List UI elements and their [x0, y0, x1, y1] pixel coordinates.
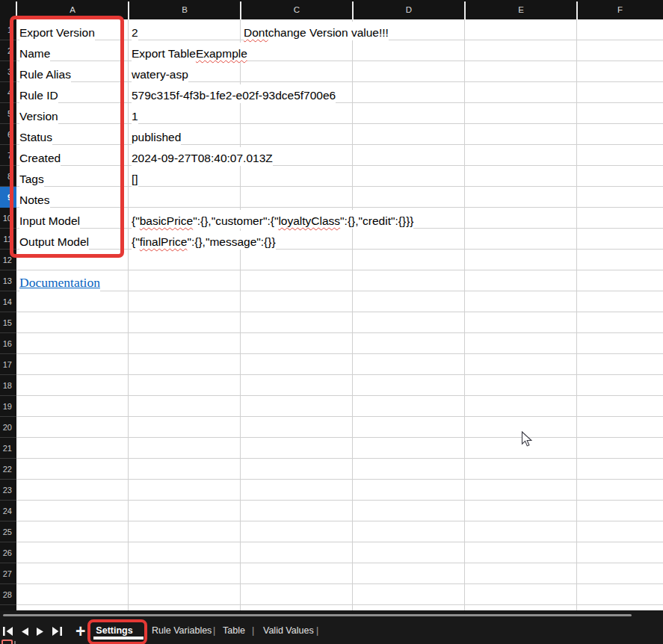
cell-B11[interactable]: {"finalPrice":{},"message":{}}: [132, 231, 276, 250]
row-header-5[interactable]: 5: [0, 103, 16, 124]
previous-sheet-icon[interactable]: [22, 628, 28, 636]
sheet-tab-settings[interactable]: Settings: [87, 619, 141, 644]
row-header-26[interactable]: 26: [0, 542, 16, 563]
tab-separator: |: [252, 619, 254, 644]
cell-A8[interactable]: Tags: [19, 168, 44, 187]
row-header-23[interactable]: 23: [0, 480, 16, 501]
row-header-16[interactable]: 16: [0, 333, 16, 354]
cell-B6[interactable]: published: [132, 126, 181, 145]
cell-A9[interactable]: Notes: [19, 189, 50, 208]
row-header-20[interactable]: 20: [0, 417, 16, 438]
row-header-21[interactable]: 21: [0, 438, 16, 459]
header-divider: [576, 1, 578, 19]
row-header-7[interactable]: 7: [0, 145, 16, 166]
last-sheet-icon[interactable]: [52, 627, 62, 636]
row-header-3[interactable]: 3: [0, 61, 16, 82]
cell-grid[interactable]: Export Version2Dont change Version value…: [16, 19, 663, 610]
row-header-12[interactable]: 12: [0, 250, 16, 270]
row-header-13[interactable]: 13: [0, 270, 16, 291]
sheet-tab-bar: + SettingsRule VariablesTableValid Value…: [0, 619, 663, 644]
horizontal-scrollbar-track: [0, 610, 663, 619]
cell-A2[interactable]: Name: [19, 43, 50, 61]
column-header-f[interactable]: F: [577, 0, 663, 19]
tick-mark: [14, 641, 16, 644]
header-divider: [240, 1, 241, 19]
cell-A10[interactable]: Input Model: [19, 210, 80, 229]
horizontal-scrollbar[interactable]: [3, 614, 632, 616]
next-sheet-icon[interactable]: [37, 628, 43, 636]
cell-B7[interactable]: 2024-09-27T08:40:07.013Z: [132, 147, 273, 166]
sheet-navigation: +: [3, 619, 85, 644]
column-header-e[interactable]: E: [465, 0, 577, 19]
spreadsheet-app: ABCDEF 123456789101112131415161718192021…: [0, 0, 663, 644]
sheet-tab-table[interactable]: Table: [223, 619, 245, 644]
row-header-11[interactable]: 11: [0, 229, 16, 250]
row-header-24[interactable]: 24: [0, 501, 16, 521]
cell-B10[interactable]: {"basicPrice":{},"customer":{"loyaltyCla…: [132, 210, 413, 229]
header-divider: [464, 1, 466, 19]
cell-A1[interactable]: Export Version: [19, 22, 95, 40]
cell-B2[interactable]: Export Table Exapmple: [132, 43, 247, 61]
first-sheet-icon[interactable]: [3, 627, 13, 636]
cell-A7[interactable]: Created: [19, 147, 61, 166]
row-header-27[interactable]: 27: [0, 563, 16, 584]
row-header-9[interactable]: 9: [0, 187, 16, 208]
tab-separator: |: [213, 619, 215, 644]
add-sheet-button[interactable]: +: [75, 619, 85, 644]
select-all-corner[interactable]: [0, 0, 16, 19]
row-header-2[interactable]: 2: [0, 40, 16, 61]
column-header-d[interactable]: D: [353, 0, 465, 19]
cell-A4[interactable]: Rule ID: [19, 84, 58, 103]
row-header-14[interactable]: 14: [0, 291, 16, 312]
row-header-8[interactable]: 8: [0, 166, 16, 187]
row-header-18[interactable]: 18: [0, 375, 16, 396]
cell-C1[interactable]: Dont change Version value!!!: [244, 22, 389, 40]
row-header-17[interactable]: 17: [0, 354, 16, 375]
row-header-15[interactable]: 15: [0, 312, 16, 333]
column-header-a[interactable]: A: [16, 0, 129, 19]
sheet-tab-rule-variables[interactable]: Rule Variables: [152, 619, 212, 644]
column-header-c[interactable]: C: [241, 0, 353, 19]
row-header-25[interactable]: 25: [0, 521, 16, 542]
row-header-4[interactable]: 4: [0, 82, 16, 103]
row-header-10[interactable]: 10: [0, 208, 16, 229]
cell-A6[interactable]: Status: [19, 126, 52, 145]
header-divider: [128, 1, 129, 19]
cell-A11[interactable]: Output Model: [19, 231, 89, 250]
row-header-22[interactable]: 22: [0, 459, 16, 480]
row-headers: 1234567891011121314151617181920212223242…: [0, 19, 16, 610]
row-header-28[interactable]: 28: [0, 584, 16, 605]
row-header-19[interactable]: 19: [0, 396, 16, 417]
cell-B1[interactable]: 2: [132, 22, 138, 40]
column-headers: ABCDEF: [16, 0, 663, 19]
cell-A3[interactable]: Rule Alias: [19, 64, 71, 82]
cell-A13[interactable]: Documentation: [19, 273, 100, 291]
cell-B4[interactable]: 579c315f-4f3b-1fe2-e02f-93dce5f700e6: [132, 84, 336, 103]
cell-A5[interactable]: Version: [19, 105, 58, 124]
column-header-b[interactable]: B: [129, 0, 241, 19]
row-header-1[interactable]: 1: [0, 19, 16, 40]
header-divider: [352, 1, 354, 19]
sheet-tab-valid-values[interactable]: Valid Values: [263, 619, 314, 644]
row-header-6[interactable]: 6: [0, 124, 16, 145]
cell-B8[interactable]: []: [132, 168, 138, 187]
cell-B5[interactable]: 1: [132, 105, 138, 124]
header-divider: [16, 1, 17, 19]
tab-separator: |: [316, 619, 318, 644]
cell-B3[interactable]: watery-asp: [132, 64, 188, 82]
